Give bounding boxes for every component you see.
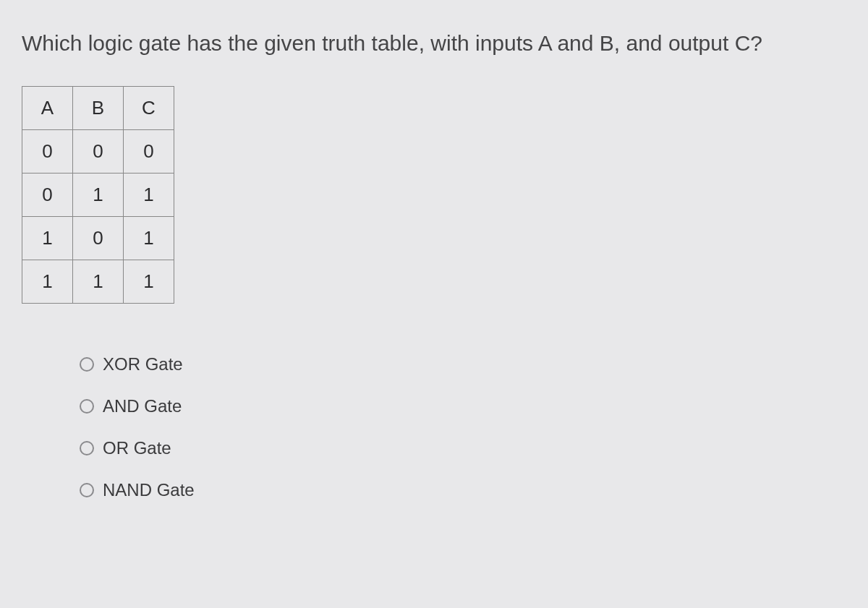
option-label: XOR Gate [103, 354, 183, 374]
table-header: B [73, 86, 124, 129]
options-group: XOR Gate AND Gate OR Gate NAND Gate [80, 354, 846, 500]
truth-table: A B C 0 0 0 0 1 1 1 0 1 1 1 1 [22, 86, 174, 304]
table-row: 0 1 1 [22, 173, 174, 216]
radio-icon [80, 399, 94, 414]
option-nand-gate[interactable]: NAND Gate [80, 480, 846, 500]
table-cell: 0 [22, 129, 73, 173]
table-row: 0 0 0 [22, 129, 174, 173]
table-cell: 1 [124, 173, 174, 216]
table-cell: 1 [73, 173, 124, 216]
table-cell: 1 [124, 260, 174, 303]
option-label: OR Gate [103, 438, 171, 458]
table-cell: 1 [73, 260, 124, 303]
table-cell: 1 [124, 216, 174, 260]
table-row: 1 0 1 [22, 216, 174, 260]
table-cell: 1 [22, 216, 73, 260]
radio-icon [80, 483, 94, 497]
table-cell: 0 [22, 173, 73, 216]
table-row: 1 1 1 [22, 260, 174, 303]
option-and-gate[interactable]: AND Gate [80, 396, 846, 416]
table-header-row: A B C [22, 86, 174, 129]
table-cell: 0 [73, 216, 124, 260]
radio-icon [80, 441, 94, 455]
radio-icon [80, 357, 94, 372]
table-cell: 0 [73, 129, 124, 173]
option-xor-gate[interactable]: XOR Gate [80, 354, 846, 374]
option-or-gate[interactable]: OR Gate [80, 438, 846, 458]
question-text: Which logic gate has the given truth tab… [22, 29, 846, 59]
table-header: A [22, 86, 73, 129]
table-cell: 1 [22, 260, 73, 303]
option-label: NAND Gate [103, 480, 195, 500]
table-cell: 0 [124, 129, 174, 173]
option-label: AND Gate [103, 396, 182, 416]
table-header: C [124, 86, 174, 129]
